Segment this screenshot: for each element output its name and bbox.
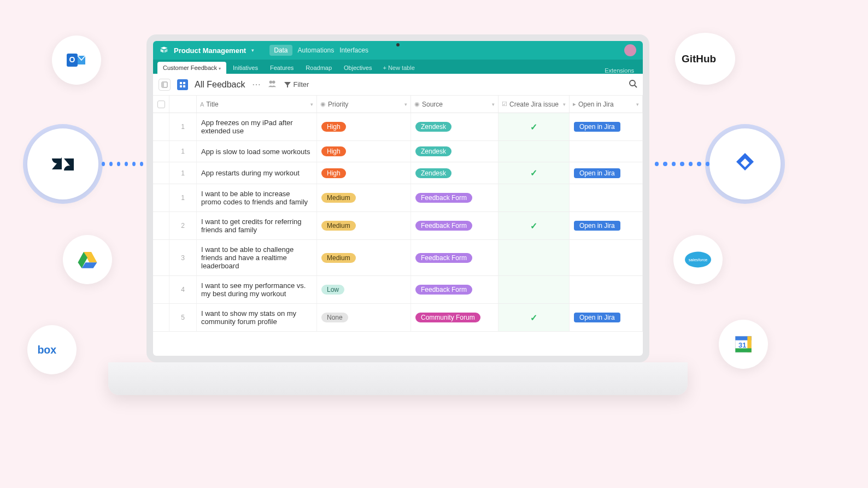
cell-create-jira[interactable] bbox=[498, 276, 570, 303]
cell-create-jira[interactable]: ✓ bbox=[498, 162, 570, 184]
tab-initiatives[interactable]: Initiatives bbox=[227, 62, 263, 74]
cell-title[interactable]: App restarts during my workout bbox=[197, 162, 317, 184]
row-checkbox[interactable] bbox=[153, 162, 169, 184]
view-menu-icon[interactable]: ⋯ bbox=[252, 79, 261, 90]
view-name[interactable]: All Feedback bbox=[195, 80, 245, 90]
cell-priority[interactable]: High bbox=[317, 113, 411, 140]
box-icon: box bbox=[27, 325, 77, 374]
cell-priority[interactable]: Medium bbox=[317, 240, 411, 275]
row-number: 1 bbox=[169, 184, 197, 211]
col-priority[interactable]: ◉Priority▾ bbox=[317, 96, 411, 113]
table-row[interactable]: 1App freezes on my iPad after extended u… bbox=[153, 113, 643, 141]
app-window: Product Management ▾ Data Automations In… bbox=[146, 34, 649, 362]
table-row[interactable]: 1I want to be able to increase promo cod… bbox=[153, 184, 643, 212]
extensions-button[interactable]: Extensions bbox=[605, 67, 638, 74]
airtable-logo-icon bbox=[160, 45, 168, 56]
avatar[interactable] bbox=[624, 44, 636, 56]
cell-title[interactable]: App is slow to load some workouts bbox=[197, 141, 317, 162]
table-row[interactable]: 5I want to show my stats on my community… bbox=[153, 304, 643, 332]
cell-open-jira[interactable]: Open in Jira bbox=[570, 212, 643, 239]
laptop-mockup: Product Management ▾ Data Automations In… bbox=[146, 34, 649, 406]
cell-create-jira[interactable] bbox=[498, 240, 570, 275]
cell-priority[interactable]: Low bbox=[317, 276, 411, 303]
cell-open-jira[interactable]: Open in Jira bbox=[570, 304, 643, 331]
row-checkbox[interactable] bbox=[153, 304, 169, 331]
row-checkbox[interactable] bbox=[153, 141, 169, 162]
filter-button[interactable]: Filter bbox=[284, 80, 309, 89]
new-table-button[interactable]: + New table bbox=[378, 62, 419, 74]
row-checkbox[interactable] bbox=[153, 212, 169, 239]
search-icon[interactable] bbox=[629, 79, 637, 90]
cell-open-jira[interactable] bbox=[570, 141, 643, 162]
tab-customer-feedback[interactable]: Customer Feedback▾ bbox=[157, 62, 226, 74]
tab-objectives[interactable]: Objectives bbox=[338, 62, 377, 74]
col-open-jira[interactable]: ▸Open in Jira▾ bbox=[570, 96, 643, 113]
cell-source[interactable]: Community Forum bbox=[411, 304, 498, 331]
row-checkbox[interactable] bbox=[153, 240, 169, 275]
cell-priority[interactable]: High bbox=[317, 162, 411, 184]
salesforce-icon: salesforce bbox=[673, 235, 723, 284]
cell-source[interactable]: Zendesk bbox=[411, 141, 498, 162]
gcal-icon: 31 bbox=[719, 320, 768, 369]
row-checkbox[interactable] bbox=[153, 184, 169, 211]
table-row[interactable]: 1App restarts during my workoutHighZende… bbox=[153, 162, 643, 184]
workspace-title[interactable]: Product Management bbox=[174, 46, 246, 55]
col-create-jira[interactable]: ☑Create Jira issue▾ bbox=[498, 96, 570, 113]
tab-features[interactable]: Features bbox=[265, 62, 299, 74]
chevron-down-icon[interactable]: ▾ bbox=[251, 48, 254, 53]
cell-open-jira[interactable] bbox=[570, 240, 643, 275]
open-in-jira-button[interactable]: Open in Jira bbox=[574, 122, 620, 132]
cell-create-jira[interactable] bbox=[498, 184, 570, 211]
nav-data[interactable]: Data bbox=[269, 45, 292, 56]
cell-open-jira[interactable]: Open in Jira bbox=[570, 162, 643, 184]
connector-left bbox=[102, 162, 151, 166]
cell-open-jira[interactable]: Open in Jira bbox=[570, 113, 643, 140]
nav-interfaces[interactable]: Interfaces bbox=[339, 46, 368, 54]
svg-point-18 bbox=[269, 80, 272, 83]
cell-priority[interactable]: Medium bbox=[317, 184, 411, 211]
row-checkbox[interactable] bbox=[153, 276, 169, 303]
open-in-jira-button[interactable]: Open in Jira bbox=[574, 221, 620, 231]
cell-create-jira[interactable]: ✓ bbox=[498, 113, 570, 140]
cell-create-jira[interactable]: ✓ bbox=[498, 304, 570, 331]
checkbox-header[interactable] bbox=[153, 96, 169, 113]
svg-rect-12 bbox=[162, 82, 164, 87]
cell-title[interactable]: App freezes on my iPad after extended us… bbox=[197, 113, 317, 140]
jira-icon bbox=[709, 128, 781, 199]
open-in-jira-button[interactable]: Open in Jira bbox=[574, 313, 620, 322]
cell-title[interactable]: I want to show my stats on my community … bbox=[197, 304, 317, 331]
row-checkbox[interactable] bbox=[153, 113, 169, 140]
cell-title[interactable]: I want to be able to increase promo code… bbox=[197, 184, 317, 211]
svg-point-20 bbox=[630, 80, 635, 86]
outlook-icon: O bbox=[52, 36, 101, 85]
cell-source[interactable]: Feedback Form bbox=[411, 184, 498, 211]
cell-source[interactable]: Feedback Form bbox=[411, 240, 498, 275]
cell-open-jira[interactable] bbox=[570, 184, 643, 211]
tab-roadmap[interactable]: Roadmap bbox=[300, 62, 337, 74]
cell-open-jira[interactable] bbox=[570, 276, 643, 303]
table-row[interactable]: 4I want to see my performance vs. my bes… bbox=[153, 276, 643, 304]
collaborators-icon[interactable] bbox=[267, 80, 277, 90]
svg-line-21 bbox=[635, 85, 637, 87]
table-row[interactable]: 2I want to get credits for referring fri… bbox=[153, 212, 643, 240]
cell-title[interactable]: I want to be able to challenge friends a… bbox=[197, 240, 317, 275]
cell-title[interactable]: I want to see my performance vs. my best… bbox=[197, 276, 317, 303]
table-row[interactable]: 3I want to be able to challenge friends … bbox=[153, 240, 643, 276]
cell-priority[interactable]: Medium bbox=[317, 212, 411, 239]
cell-source[interactable]: Feedback Form bbox=[411, 276, 498, 303]
sidebar-toggle[interactable] bbox=[159, 79, 171, 91]
cell-title[interactable]: I want to get credits for referring frie… bbox=[197, 212, 317, 239]
cell-create-jira[interactable] bbox=[498, 141, 570, 162]
cell-source[interactable]: Zendesk bbox=[411, 113, 498, 140]
col-source[interactable]: ◉Source▾ bbox=[411, 96, 498, 113]
table-row[interactable]: 1App is slow to load some workoutsHighZe… bbox=[153, 141, 643, 162]
cell-create-jira[interactable]: ✓ bbox=[498, 212, 570, 239]
nav-automations[interactable]: Automations bbox=[298, 46, 335, 54]
col-title[interactable]: ATitle▾ bbox=[197, 96, 317, 113]
cell-priority[interactable]: None bbox=[317, 304, 411, 331]
svg-point-19 bbox=[272, 80, 275, 83]
cell-priority[interactable]: High bbox=[317, 141, 411, 162]
cell-source[interactable]: Zendesk bbox=[411, 162, 498, 184]
open-in-jira-button[interactable]: Open in Jira bbox=[574, 168, 620, 178]
cell-source[interactable]: Feedback Form bbox=[411, 212, 498, 239]
